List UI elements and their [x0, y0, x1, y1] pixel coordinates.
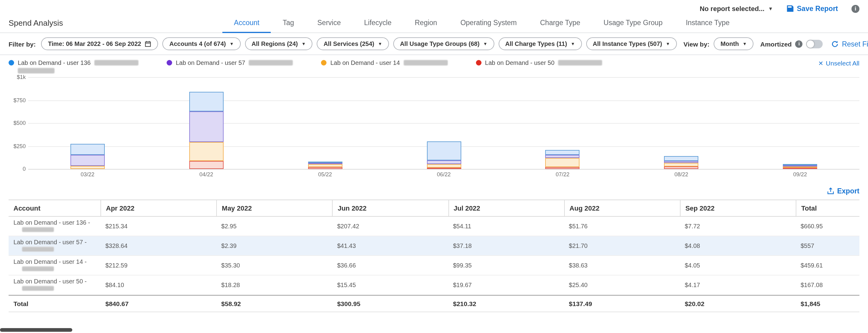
table-cell: $7.72: [680, 220, 796, 232]
filter-dropdown-label: All Instance Types (507): [593, 40, 662, 47]
table-column-header: Apr 2022: [100, 200, 216, 216]
legend-label: Lab on Demand - user 50: [485, 59, 555, 66]
legend-line: Lab on Demand - user 14: [321, 59, 448, 66]
filter-dropdown-all-charge-types-11-[interactable]: All Charge Types (11)▼: [498, 37, 582, 50]
tab-instance-type[interactable]: Instance Type: [674, 19, 741, 32]
time-filter-pill[interactable]: Time: 06 Mar 2022 - 06 Sep 2022: [41, 37, 158, 50]
chart-bars: [28, 77, 860, 169]
filter-dropdown-label: All Usage Type Groups (68): [400, 40, 479, 47]
table-cell: $2.39: [216, 240, 332, 252]
tab-account[interactable]: Account: [222, 19, 271, 33]
close-icon: ✕: [818, 60, 824, 66]
chevron-down-icon: ▼: [768, 6, 773, 11]
bar-segment: [427, 164, 461, 167]
horizontal-scrollbar-thumb[interactable]: [0, 328, 72, 332]
table-cell: $212.59: [100, 260, 216, 271]
redacted-text: [249, 60, 293, 66]
amortized-info-icon[interactable]: i: [796, 40, 803, 47]
stacked-bar[interactable]: [70, 143, 105, 169]
filter-dropdown-accounts-4-of-674-[interactable]: Accounts 4 (of 674)▼: [163, 37, 241, 50]
stacked-bar[interactable]: [664, 157, 698, 169]
table-cell: $215.34: [100, 220, 216, 232]
stacked-bar[interactable]: [427, 141, 461, 169]
export-button[interactable]: Export: [827, 187, 860, 195]
bar-segment: [664, 157, 698, 161]
filter-dropdown-all-instance-types-507-[interactable]: All Instance Types (507)▼: [586, 37, 677, 50]
tab-usage-type-group[interactable]: Usage Type Group: [592, 19, 675, 32]
chevron-down-icon: ▼: [570, 42, 575, 46]
table-header: AccountApr 2022May 2022Jun 2022Jul 2022A…: [8, 200, 860, 217]
table-cell: $25.40: [564, 279, 680, 291]
legend-color-dot: [476, 60, 482, 66]
account-cell: Lab on Demand - user 50 -: [8, 275, 100, 294]
stacked-bar[interactable]: [783, 164, 817, 169]
save-report-label: Save Report: [797, 5, 838, 12]
bar-segment: [189, 161, 224, 169]
table-cell: $18.28: [216, 279, 332, 291]
bar-cell: [384, 77, 503, 169]
legend-item[interactable]: Lab on Demand - user 50: [476, 59, 602, 73]
table-cell: $21.70: [564, 240, 680, 252]
spend-table: AccountApr 2022May 2022Jun 2022Jul 2022A…: [8, 200, 860, 312]
table-column-header: Aug 2022: [564, 200, 680, 216]
y-tick-label: $750: [13, 97, 26, 103]
account-name: Lab on Demand - user 136 -: [13, 219, 96, 226]
tab-tag[interactable]: Tag: [271, 19, 306, 32]
legend-item[interactable]: Lab on Demand - user 57: [166, 59, 293, 73]
table-column-header: Sep 2022: [680, 200, 796, 216]
filter-dropdown-all-regions-24-[interactable]: All Regions (24)▼: [245, 37, 312, 50]
chevron-down-icon: ▼: [378, 42, 382, 46]
report-selector-dropdown[interactable]: No report selected... ▼: [700, 5, 773, 12]
filter-dropdown-label: All Regions (24): [251, 40, 298, 47]
table-row: Lab on Demand - user 50 -$84.10$18.28$15…: [8, 275, 860, 295]
table-cell: $35.30: [216, 260, 332, 271]
stacked-bar[interactable]: [546, 150, 580, 169]
x-tick-label: 09/22: [741, 171, 860, 177]
bar-segment: [189, 92, 224, 112]
table-cell: $2.95: [216, 220, 332, 232]
reset-filters-button[interactable]: Reset Filters: [832, 40, 868, 47]
legend-item[interactable]: Lab on Demand - user 136: [8, 59, 138, 73]
filter-dropdown-all-usage-type-groups-68-[interactable]: All Usage Type Groups (68)▼: [393, 37, 494, 50]
chart-plot: [28, 77, 860, 169]
bar-segment: [427, 167, 461, 169]
info-icon[interactable]: i: [851, 5, 860, 12]
tab-service[interactable]: Service: [306, 19, 352, 32]
stacked-bar-chart: $1k$750$500$2500: [0, 75, 868, 169]
export-label: Export: [837, 187, 860, 195]
bar-cell: [28, 77, 147, 169]
filter-dropdown-all-services-254-[interactable]: All Services (254)▼: [317, 37, 389, 50]
bar-cell: [266, 77, 384, 169]
tab-charge-type[interactable]: Charge Type: [528, 19, 592, 32]
table-cell: $4.17: [680, 279, 796, 291]
save-report-button[interactable]: Save Report: [786, 5, 838, 12]
x-tick-label: 03/22: [28, 171, 147, 177]
table-row: Lab on Demand - user 14 -$212.59$35.30$3…: [8, 256, 860, 275]
table-cell: $4.08: [680, 240, 796, 252]
bar-cell: [147, 77, 266, 169]
tab-region[interactable]: Region: [403, 19, 449, 32]
total-cell: $840.67: [100, 298, 216, 310]
tab-operating-system[interactable]: Operating System: [449, 19, 528, 32]
tab-lifecycle[interactable]: Lifecycle: [352, 19, 403, 32]
table-cell: $167.08: [796, 279, 860, 291]
legend-label: Lab on Demand - user 136: [18, 59, 91, 66]
calendar-icon: [145, 40, 152, 47]
legend-color-dot: [8, 60, 14, 66]
chevron-down-icon: ▼: [229, 42, 234, 46]
amortized-toggle[interactable]: [806, 39, 823, 48]
bar-segment: [189, 111, 224, 142]
stacked-bar[interactable]: [189, 92, 224, 169]
x-tick-label: 08/22: [622, 171, 741, 177]
bar-segment: [546, 158, 580, 167]
legend-line: Lab on Demand - user 50: [476, 59, 602, 66]
x-tick-label: 07/22: [503, 171, 622, 177]
unselect-all-button[interactable]: ✕ Unselect All: [818, 59, 860, 67]
table-cell: $51.76: [564, 220, 680, 232]
view-by-dropdown[interactable]: Month ▼: [714, 37, 753, 50]
table-cell: $557: [796, 240, 860, 252]
stacked-bar[interactable]: [308, 162, 342, 169]
table-cell: $660.95: [796, 220, 860, 232]
total-cell: $210.32: [448, 298, 564, 310]
legend-item[interactable]: Lab on Demand - user 14: [321, 59, 448, 73]
